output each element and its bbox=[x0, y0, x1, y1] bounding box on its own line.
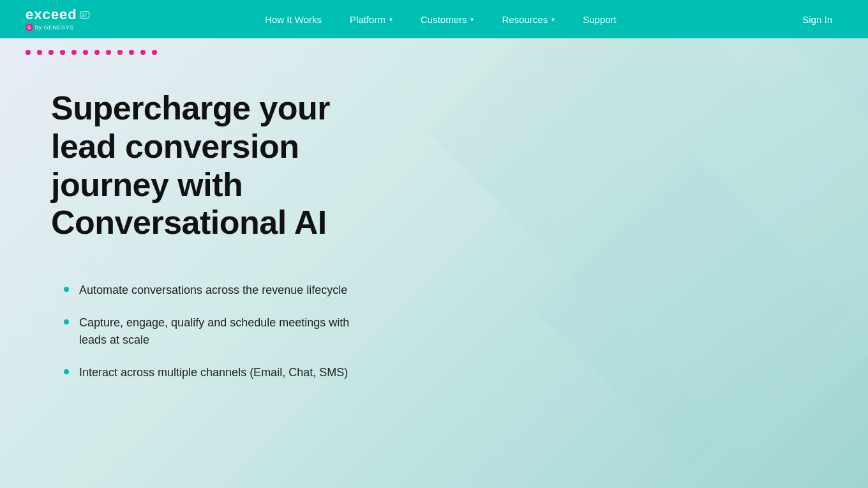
feature-bullet-icon bbox=[64, 369, 69, 374]
feature-text-2: Capture, engage, qualify and schedule me… bbox=[79, 314, 370, 349]
nav-label-support: Support bbox=[583, 14, 617, 25]
feature-item-2: Capture, engage, qualify and schedule me… bbox=[51, 307, 370, 356]
nav-label-how-it-works: How It Works bbox=[265, 14, 322, 25]
nav-item-how-it-works[interactable]: How It Works bbox=[251, 0, 336, 38]
hero-features: Automate conversations across the revenu… bbox=[51, 274, 370, 389]
nav-label-resources: Resources bbox=[502, 14, 548, 25]
signin-button[interactable]: Sign In bbox=[792, 14, 842, 25]
logo-genesys: G by GENESYS bbox=[26, 24, 89, 31]
diamond-shape-1 bbox=[430, 38, 809, 324]
diamond-shape-3 bbox=[535, 152, 851, 468]
chevron-down-icon: ▾ bbox=[470, 16, 474, 23]
nav-label-customers: Customers bbox=[421, 14, 467, 25]
feature-text-1: Automate conversations across the revenu… bbox=[79, 282, 347, 299]
feature-bullet-icon bbox=[64, 319, 69, 324]
hero-section: Supercharge your lead conversion journey… bbox=[0, 38, 868, 488]
hero-title: Supercharge your lead conversion journey… bbox=[51, 89, 370, 242]
genesys-icon: G bbox=[26, 24, 33, 31]
nav-item-support[interactable]: Support bbox=[569, 0, 631, 38]
main-nav: How It Works Platform ▾ Customers ▾ Reso… bbox=[251, 0, 631, 38]
nav-item-resources[interactable]: Resources ▾ bbox=[488, 0, 569, 38]
signin-label: Sign In bbox=[802, 14, 832, 25]
chevron-down-icon: ▾ bbox=[389, 16, 393, 23]
ai-badge: ai bbox=[80, 11, 89, 19]
genesys-text: by GENESYS bbox=[35, 24, 74, 31]
hero-content: Supercharge your lead conversion journey… bbox=[0, 38, 421, 389]
logo[interactable]: exceedai G by GENESYS bbox=[26, 7, 89, 31]
diamond-shape-2 bbox=[534, 38, 868, 462]
nav-label-platform: Platform bbox=[350, 14, 385, 25]
logo-name: exceedai bbox=[26, 7, 89, 22]
feature-bullet-icon bbox=[64, 287, 69, 292]
nav-item-customers[interactable]: Customers ▾ bbox=[407, 0, 488, 38]
navbar: exceedai G by GENESYS How It Works Platf… bbox=[0, 0, 868, 38]
chevron-down-icon: ▾ bbox=[551, 16, 555, 23]
feature-item-3: Interact across multiple channels (Email… bbox=[51, 356, 370, 389]
nav-item-platform[interactable]: Platform ▾ bbox=[336, 0, 407, 38]
feature-item-1: Automate conversations across the revenu… bbox=[51, 274, 370, 307]
logo-text: exceed bbox=[26, 7, 77, 22]
feature-text-3: Interact across multiple channels (Email… bbox=[79, 364, 348, 381]
